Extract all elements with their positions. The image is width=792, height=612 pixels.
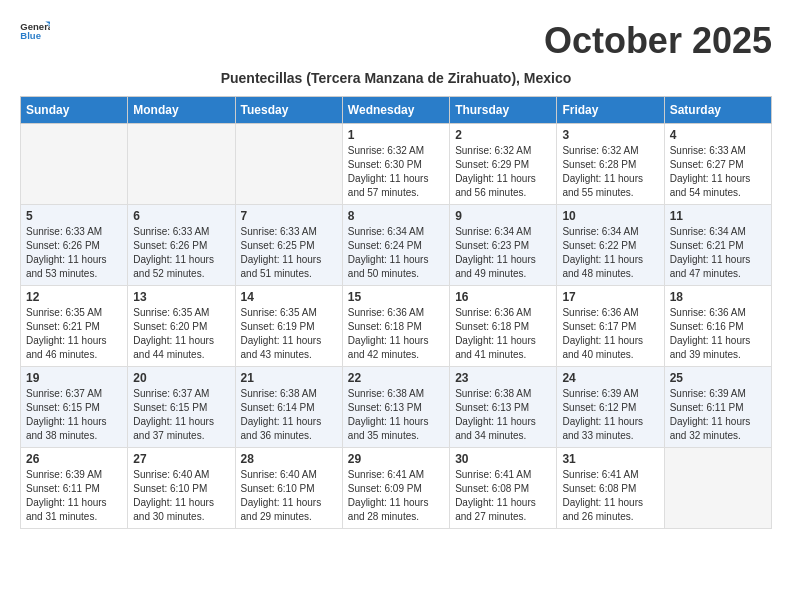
calendar-day: 9Sunrise: 6:34 AM Sunset: 6:23 PM Daylig… bbox=[450, 205, 557, 286]
day-info: Sunrise: 6:37 AM Sunset: 6:15 PM Dayligh… bbox=[133, 387, 229, 443]
day-number: 6 bbox=[133, 209, 229, 223]
calendar-day: 12Sunrise: 6:35 AM Sunset: 6:21 PM Dayli… bbox=[21, 286, 128, 367]
day-number: 19 bbox=[26, 371, 122, 385]
calendar-day: 10Sunrise: 6:34 AM Sunset: 6:22 PM Dayli… bbox=[557, 205, 664, 286]
day-number: 14 bbox=[241, 290, 337, 304]
day-number: 28 bbox=[241, 452, 337, 466]
day-number: 12 bbox=[26, 290, 122, 304]
calendar-day: 1Sunrise: 6:32 AM Sunset: 6:30 PM Daylig… bbox=[342, 124, 449, 205]
calendar-day: 6Sunrise: 6:33 AM Sunset: 6:26 PM Daylig… bbox=[128, 205, 235, 286]
subtitle: Puentecillas (Tercera Manzana de Zirahua… bbox=[20, 70, 772, 86]
logo: General Blue bbox=[20, 20, 50, 42]
month-title: October 2025 bbox=[544, 20, 772, 62]
calendar-day: 26Sunrise: 6:39 AM Sunset: 6:11 PM Dayli… bbox=[21, 448, 128, 529]
day-number: 3 bbox=[562, 128, 658, 142]
calendar-day: 19Sunrise: 6:37 AM Sunset: 6:15 PM Dayli… bbox=[21, 367, 128, 448]
day-number: 22 bbox=[348, 371, 444, 385]
day-number: 23 bbox=[455, 371, 551, 385]
column-header-sunday: Sunday bbox=[21, 97, 128, 124]
column-header-saturday: Saturday bbox=[664, 97, 771, 124]
day-number: 17 bbox=[562, 290, 658, 304]
day-info: Sunrise: 6:39 AM Sunset: 6:11 PM Dayligh… bbox=[26, 468, 122, 524]
day-info: Sunrise: 6:38 AM Sunset: 6:14 PM Dayligh… bbox=[241, 387, 337, 443]
day-info: Sunrise: 6:34 AM Sunset: 6:21 PM Dayligh… bbox=[670, 225, 766, 281]
day-info: Sunrise: 6:36 AM Sunset: 6:18 PM Dayligh… bbox=[455, 306, 551, 362]
day-number: 16 bbox=[455, 290, 551, 304]
header-row: SundayMondayTuesdayWednesdayThursdayFrid… bbox=[21, 97, 772, 124]
calendar-day: 30Sunrise: 6:41 AM Sunset: 6:08 PM Dayli… bbox=[450, 448, 557, 529]
day-number: 30 bbox=[455, 452, 551, 466]
calendar-day bbox=[128, 124, 235, 205]
day-number: 25 bbox=[670, 371, 766, 385]
calendar-day: 29Sunrise: 6:41 AM Sunset: 6:09 PM Dayli… bbox=[342, 448, 449, 529]
calendar-day: 23Sunrise: 6:38 AM Sunset: 6:13 PM Dayli… bbox=[450, 367, 557, 448]
calendar-day: 7Sunrise: 6:33 AM Sunset: 6:25 PM Daylig… bbox=[235, 205, 342, 286]
day-info: Sunrise: 6:34 AM Sunset: 6:23 PM Dayligh… bbox=[455, 225, 551, 281]
calendar-day: 16Sunrise: 6:36 AM Sunset: 6:18 PM Dayli… bbox=[450, 286, 557, 367]
calendar-day: 4Sunrise: 6:33 AM Sunset: 6:27 PM Daylig… bbox=[664, 124, 771, 205]
calendar-week-row: 1Sunrise: 6:32 AM Sunset: 6:30 PM Daylig… bbox=[21, 124, 772, 205]
calendar-day: 3Sunrise: 6:32 AM Sunset: 6:28 PM Daylig… bbox=[557, 124, 664, 205]
calendar-week-row: 26Sunrise: 6:39 AM Sunset: 6:11 PM Dayli… bbox=[21, 448, 772, 529]
calendar-day: 11Sunrise: 6:34 AM Sunset: 6:21 PM Dayli… bbox=[664, 205, 771, 286]
day-number: 29 bbox=[348, 452, 444, 466]
day-info: Sunrise: 6:41 AM Sunset: 6:08 PM Dayligh… bbox=[455, 468, 551, 524]
day-info: Sunrise: 6:35 AM Sunset: 6:20 PM Dayligh… bbox=[133, 306, 229, 362]
day-number: 24 bbox=[562, 371, 658, 385]
day-info: Sunrise: 6:41 AM Sunset: 6:09 PM Dayligh… bbox=[348, 468, 444, 524]
calendar-week-row: 12Sunrise: 6:35 AM Sunset: 6:21 PM Dayli… bbox=[21, 286, 772, 367]
day-info: Sunrise: 6:33 AM Sunset: 6:25 PM Dayligh… bbox=[241, 225, 337, 281]
day-number: 7 bbox=[241, 209, 337, 223]
column-header-wednesday: Wednesday bbox=[342, 97, 449, 124]
calendar-day: 25Sunrise: 6:39 AM Sunset: 6:11 PM Dayli… bbox=[664, 367, 771, 448]
calendar-day: 22Sunrise: 6:38 AM Sunset: 6:13 PM Dayli… bbox=[342, 367, 449, 448]
day-info: Sunrise: 6:34 AM Sunset: 6:22 PM Dayligh… bbox=[562, 225, 658, 281]
calendar-day: 18Sunrise: 6:36 AM Sunset: 6:16 PM Dayli… bbox=[664, 286, 771, 367]
day-number: 21 bbox=[241, 371, 337, 385]
logo-icon: General Blue bbox=[20, 20, 50, 42]
calendar-day bbox=[235, 124, 342, 205]
day-info: Sunrise: 6:36 AM Sunset: 6:18 PM Dayligh… bbox=[348, 306, 444, 362]
day-info: Sunrise: 6:32 AM Sunset: 6:30 PM Dayligh… bbox=[348, 144, 444, 200]
calendar-day bbox=[21, 124, 128, 205]
day-info: Sunrise: 6:35 AM Sunset: 6:19 PM Dayligh… bbox=[241, 306, 337, 362]
calendar-day: 5Sunrise: 6:33 AM Sunset: 6:26 PM Daylig… bbox=[21, 205, 128, 286]
day-info: Sunrise: 6:40 AM Sunset: 6:10 PM Dayligh… bbox=[133, 468, 229, 524]
day-number: 2 bbox=[455, 128, 551, 142]
column-header-thursday: Thursday bbox=[450, 97, 557, 124]
calendar-day: 24Sunrise: 6:39 AM Sunset: 6:12 PM Dayli… bbox=[557, 367, 664, 448]
calendar-week-row: 5Sunrise: 6:33 AM Sunset: 6:26 PM Daylig… bbox=[21, 205, 772, 286]
calendar-day: 17Sunrise: 6:36 AM Sunset: 6:17 PM Dayli… bbox=[557, 286, 664, 367]
calendar-day bbox=[664, 448, 771, 529]
column-header-tuesday: Tuesday bbox=[235, 97, 342, 124]
column-header-monday: Monday bbox=[128, 97, 235, 124]
day-info: Sunrise: 6:32 AM Sunset: 6:29 PM Dayligh… bbox=[455, 144, 551, 200]
calendar-day: 28Sunrise: 6:40 AM Sunset: 6:10 PM Dayli… bbox=[235, 448, 342, 529]
calendar-day: 2Sunrise: 6:32 AM Sunset: 6:29 PM Daylig… bbox=[450, 124, 557, 205]
day-number: 5 bbox=[26, 209, 122, 223]
day-info: Sunrise: 6:38 AM Sunset: 6:13 PM Dayligh… bbox=[348, 387, 444, 443]
day-number: 8 bbox=[348, 209, 444, 223]
svg-text:Blue: Blue bbox=[20, 30, 41, 41]
page-header: General Blue October 2025 bbox=[20, 20, 772, 62]
day-info: Sunrise: 6:37 AM Sunset: 6:15 PM Dayligh… bbox=[26, 387, 122, 443]
calendar-week-row: 19Sunrise: 6:37 AM Sunset: 6:15 PM Dayli… bbox=[21, 367, 772, 448]
day-number: 27 bbox=[133, 452, 229, 466]
calendar-day: 21Sunrise: 6:38 AM Sunset: 6:14 PM Dayli… bbox=[235, 367, 342, 448]
calendar-day: 20Sunrise: 6:37 AM Sunset: 6:15 PM Dayli… bbox=[128, 367, 235, 448]
calendar-day: 15Sunrise: 6:36 AM Sunset: 6:18 PM Dayli… bbox=[342, 286, 449, 367]
day-info: Sunrise: 6:36 AM Sunset: 6:17 PM Dayligh… bbox=[562, 306, 658, 362]
day-info: Sunrise: 6:33 AM Sunset: 6:27 PM Dayligh… bbox=[670, 144, 766, 200]
calendar-table: SundayMondayTuesdayWednesdayThursdayFrid… bbox=[20, 96, 772, 529]
calendar-day: 13Sunrise: 6:35 AM Sunset: 6:20 PM Dayli… bbox=[128, 286, 235, 367]
calendar-day: 14Sunrise: 6:35 AM Sunset: 6:19 PM Dayli… bbox=[235, 286, 342, 367]
day-number: 11 bbox=[670, 209, 766, 223]
day-info: Sunrise: 6:32 AM Sunset: 6:28 PM Dayligh… bbox=[562, 144, 658, 200]
day-info: Sunrise: 6:38 AM Sunset: 6:13 PM Dayligh… bbox=[455, 387, 551, 443]
day-number: 1 bbox=[348, 128, 444, 142]
calendar-day: 8Sunrise: 6:34 AM Sunset: 6:24 PM Daylig… bbox=[342, 205, 449, 286]
day-info: Sunrise: 6:34 AM Sunset: 6:24 PM Dayligh… bbox=[348, 225, 444, 281]
day-info: Sunrise: 6:33 AM Sunset: 6:26 PM Dayligh… bbox=[133, 225, 229, 281]
calendar-day: 27Sunrise: 6:40 AM Sunset: 6:10 PM Dayli… bbox=[128, 448, 235, 529]
column-header-friday: Friday bbox=[557, 97, 664, 124]
